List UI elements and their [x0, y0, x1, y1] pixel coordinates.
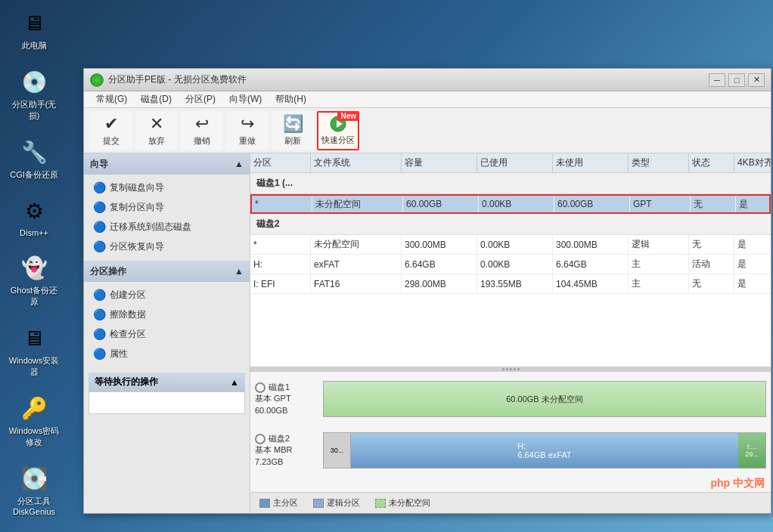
delete-data-icon: 🔵 — [93, 308, 105, 320]
d1r1-used: 0.00KB — [479, 196, 554, 212]
table-row[interactable]: I: EFI FAT16 298.00MB 193.55MB 104.45MB … — [250, 274, 771, 294]
menu-disk[interactable]: 磁盘(D) — [135, 91, 178, 107]
table-header: 分区 文件系统 容量 已使用 未使用 类型 状态 4KB对齐 — [250, 153, 771, 173]
redo-icon: ↪ — [241, 114, 254, 134]
toolbar-undo[interactable]: ↩ 撤销 — [181, 111, 223, 150]
icon-cgi[interactable]: 🔧 CGI备份还原 — [8, 137, 61, 181]
properties-icon: 🔵 — [93, 348, 105, 360]
content-area: 向导 ▲ 🔵 复制磁盘向导 🔵 复制分区向导 🔵 迁移系统到固态磁盘 — [84, 153, 771, 513]
legend-logical: 逻辑分区 — [313, 497, 360, 509]
menu-partition[interactable]: 分区(P) — [179, 91, 222, 107]
d2r1-used: 0.00KB — [477, 235, 553, 254]
pending-header: 等待执行的操作 ▲ — [88, 373, 245, 391]
restore-icon: 🔵 — [93, 240, 105, 252]
d2r3-capacity: 298.00MB — [402, 274, 477, 293]
disk-genius-icon: 💽 — [19, 463, 49, 493]
create-partition-label: 创建分区 — [110, 289, 146, 302]
d2r2-align: 是 — [734, 255, 771, 274]
new-badge: New — [337, 111, 359, 121]
ghost-label: Ghost备份还原 — [8, 285, 61, 308]
legend-logical-label: 逻辑分区 — [327, 497, 360, 509]
col-filesystem: 文件系统 — [311, 153, 402, 172]
menu-bar: 常规(G) 磁盘(D) 分区(P) 向导(W) 帮助(H) — [84, 91, 771, 108]
undo-label: 撤销 — [194, 135, 210, 147]
toolbar-discard[interactable]: ✕ 放弃 — [135, 111, 178, 150]
sidebar-delete-data[interactable]: 🔵 擦除数据 — [84, 305, 250, 324]
wizard-header[interactable]: 向导 ▲ — [84, 153, 250, 175]
col-align: 4KB对齐 — [734, 153, 771, 172]
d2r3-unused: 104.45MB — [553, 274, 629, 293]
dism-icon: ⚙ — [19, 196, 49, 226]
legend-bar: 主分区 逻辑分区 未分配空间 php 中文网 — [250, 492, 771, 513]
this-pc-label: 此电脑 — [22, 40, 47, 51]
toolbar-submit[interactable]: ✔ 提交 — [90, 111, 132, 150]
d2r2-type: 主 — [629, 255, 689, 274]
disk2-icon — [255, 434, 265, 444]
menu-help[interactable]: 帮助(H) — [269, 91, 312, 107]
d2r3-filesystem: FAT16 — [311, 274, 402, 293]
d2r3-type: 主 — [629, 274, 689, 293]
toolbar-refresh[interactable]: 🔄 刷新 — [272, 111, 314, 150]
col-used: 已使用 — [477, 153, 553, 172]
legend-unalloc: 未分配空间 — [375, 497, 430, 509]
sidebar-properties[interactable]: 🔵 属性 — [84, 344, 250, 363]
main-window: 分区助手PE版 - 无损分区免费软件 ─ □ ✕ 常规(G) 磁盘(D) 分区(… — [83, 68, 771, 514]
create-partition-icon: 🔵 — [93, 289, 105, 301]
disk1-viz-info: 磁盘1 基本 GPT 60.00GB — [255, 382, 323, 416]
icon-win-install[interactable]: 🖥 Windows安装器 — [8, 323, 61, 378]
operation-collapse-icon: ▲ — [234, 266, 244, 277]
cgi-icon: 🔧 — [19, 137, 49, 167]
table-row[interactable]: H: exFAT 6.64GB 0.00KB 6.64GB 主 活动 是 — [250, 255, 771, 274]
disk1-bar[interactable]: 60.00GB 未分配空间 — [323, 381, 766, 417]
icon-this-pc[interactable]: 🖥 此电脑 — [8, 8, 61, 51]
icon-dism[interactable]: ⚙ Dism++ — [8, 196, 61, 237]
disk1-type: 基本 GPT — [255, 393, 323, 404]
title-bar-buttons: ─ □ ✕ — [709, 73, 765, 87]
sidebar-copy-disk[interactable]: 🔵 复制磁盘向导 — [84, 178, 250, 197]
menu-wizard[interactable]: 向导(W) — [223, 91, 268, 107]
icon-win-pwd[interactable]: 🔑 Windows密码修改 — [8, 393, 61, 448]
submit-label: 提交 — [103, 135, 120, 147]
d1r1-filesystem: 未分配空间 — [312, 196, 403, 212]
disk2-efi-label: I:...29... — [745, 443, 759, 458]
legend-unalloc-label: 未分配空间 — [389, 497, 430, 509]
copy-disk-icon: 🔵 — [93, 181, 105, 193]
disk1-unalloc-bar: 60.00GB 未分配空间 — [324, 382, 765, 416]
close-button[interactable]: ✕ — [748, 73, 765, 87]
win-pwd-icon: 🔑 — [19, 393, 49, 423]
desktop-icons: 🖥 此电脑 💿 分区助手(无损) 🔧 CGI备份还原 ⚙ Dism++ 👻 Gh… — [8, 8, 61, 516]
menu-normal[interactable]: 常规(G) — [90, 91, 133, 107]
d2r3-status: 无 — [689, 274, 734, 293]
partition-helper-icon: 💿 — [19, 66, 49, 97]
sidebar-restore-partition[interactable]: 🔵 分区恢复向导 — [84, 237, 250, 256]
sidebar-create-partition[interactable]: 🔵 创建分区 — [84, 285, 250, 305]
toolbar-redo[interactable]: ↪ 重做 — [226, 111, 269, 150]
sidebar-check-partition[interactable]: 🔵 检查分区 — [84, 324, 250, 344]
icon-partition-helper[interactable]: 💿 分区助手(无损) — [8, 66, 61, 122]
d2r1-capacity: 300.00MB — [402, 235, 477, 254]
disk2-primary-bar: H: 6.64GB exFAT — [351, 433, 738, 468]
disk2-name-label: 磁盘2 — [269, 433, 290, 444]
d2r1-type: 逻辑 — [629, 235, 689, 254]
dism-label: Dism++ — [20, 228, 48, 237]
maximize-button[interactable]: □ — [728, 73, 745, 87]
main-panel: 分区 文件系统 容量 已使用 未使用 类型 状态 4KB对齐 磁盘1 (... … — [250, 153, 771, 513]
icon-ghost[interactable]: 👻 Ghost备份还原 — [8, 252, 61, 308]
table-row[interactable]: * 未分配空间 300.00MB 0.00KB 300.00MB 逻辑 无 是 — [250, 235, 771, 255]
table-row[interactable]: * 未分配空间 60.00GB 0.00KB 60.00GB GPT 无 是 — [250, 194, 771, 214]
legend-unalloc-box — [375, 499, 386, 508]
operation-content: 🔵 创建分区 🔵 擦除数据 🔵 检查分区 🔵 属性 — [84, 282, 250, 367]
d2r2-status: 活动 — [689, 255, 734, 274]
minimize-button[interactable]: ─ — [709, 73, 725, 87]
icon-disk-genius[interactable]: 💽 分区工具DiskGenius — [8, 463, 61, 516]
toolbar-quick-partition[interactable]: New 快速分区 — [317, 111, 359, 150]
d2r1-status: 无 — [689, 235, 734, 254]
operation-header[interactable]: 分区操作 ▲ — [84, 261, 250, 282]
sidebar-copy-partition[interactable]: 🔵 复制分区向导 — [84, 197, 250, 217]
pending-section: 等待执行的操作 ▲ — [88, 373, 245, 414]
sidebar-migrate-ssd[interactable]: 🔵 迁移系统到固态磁盘 — [84, 217, 250, 237]
disk1-unalloc-label: 60.00GB 未分配空间 — [506, 394, 582, 405]
col-unused: 未使用 — [553, 153, 629, 172]
disk2-bar[interactable]: 30... H: 6.64GB exFAT I:...29... — [323, 432, 766, 469]
partition-table: 分区 文件系统 容量 已使用 未使用 类型 状态 4KB对齐 磁盘1 (... … — [250, 153, 771, 367]
